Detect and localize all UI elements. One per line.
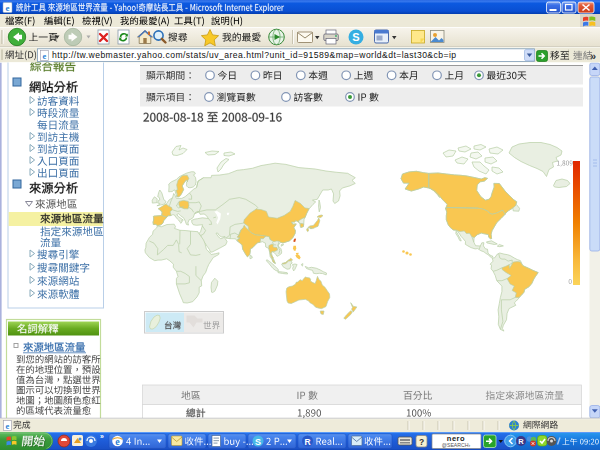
svg-text:e: e: [6, 3, 10, 13]
svg-text:e: e: [43, 51, 47, 61]
svg-text:?: ?: [419, 437, 424, 447]
svg-text:@SEARCH›: @SEARCH›: [442, 442, 471, 448]
svg-text:R: R: [304, 437, 310, 447]
svg-text:S: S: [352, 31, 359, 43]
svg-text:http://tw.webmaster.yahoo.com/: http://tw.webmaster.yahoo.com/stats/uv_a…: [52, 50, 457, 60]
svg-text:»: »: [100, 433, 104, 440]
svg-text:R: R: [518, 437, 524, 446]
svg-text:e: e: [6, 421, 10, 431]
svg-text:S: S: [255, 437, 261, 447]
